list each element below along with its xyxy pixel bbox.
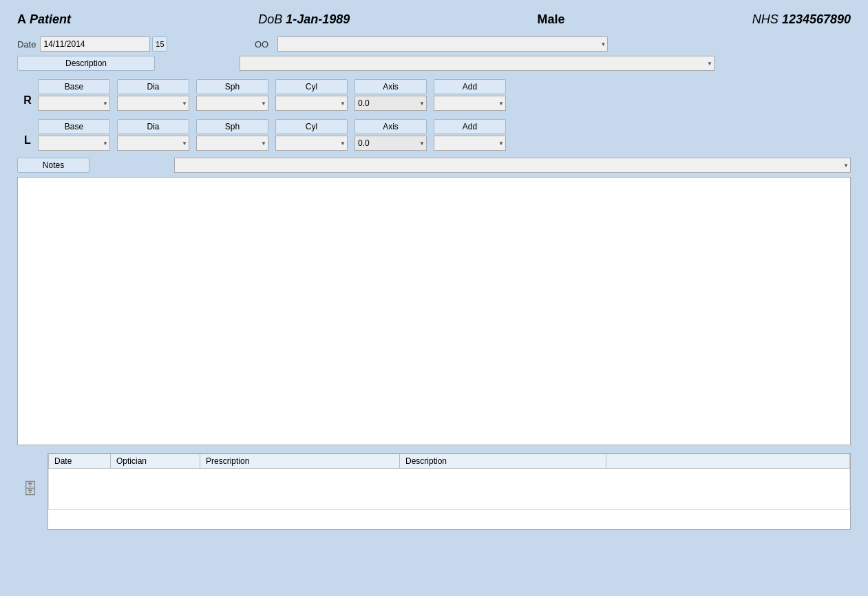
form-area: Date 15 OO Description [10,34,858,533]
description-select[interactable] [240,56,714,71]
oo-select-wrapper [277,36,608,52]
left-lens-label: L [17,119,38,147]
history-empty-row [49,469,850,510]
history-table: Date Optician Prescription Description [48,454,850,510]
oo-select[interactable] [277,36,608,52]
desc-select-wrapper [240,56,714,71]
right-dia-button[interactable]: Dia [117,79,189,94]
left-sph-field: Sph [196,119,268,151]
right-cyl-select-wrapper [275,96,348,111]
left-dia-select-wrapper [117,136,189,151]
col-prescription: Prescription [200,454,400,469]
right-add-field: Add [434,79,506,111]
nhs-label: NHS [752,12,779,26]
right-base-select-wrapper [38,96,110,111]
right-add-button[interactable]: Add [434,79,506,94]
left-cyl-select[interactable] [275,136,348,151]
patient-name: Patient [30,12,71,26]
calendar-button[interactable]: 15 [152,36,167,52]
left-base-select-wrapper [38,136,110,151]
right-lens-section: R Base Dia Sph [17,79,851,111]
right-base-button[interactable]: Base [38,79,110,94]
description-row: Description [17,56,851,71]
gender-info: Male [538,12,565,27]
notes-button[interactable]: Notes [17,158,89,173]
notes-select[interactable] [174,158,851,173]
notes-row: Notes [17,158,851,173]
right-dia-field: Dia [117,79,189,111]
right-sph-button[interactable]: Sph [196,79,268,94]
left-base-select[interactable] [38,136,110,151]
right-dia-select-wrapper [117,96,189,111]
left-base-button[interactable]: Base [38,119,110,134]
right-cyl-select[interactable] [275,96,348,111]
main-container: A Patient DoB 1-Jan-1989 Male NHS 123456… [0,0,868,596]
database-icon: 🗄 [17,475,43,504]
left-axis-select[interactable]: 0.0 [354,136,427,151]
right-base-field: Base [38,79,110,111]
left-sph-select[interactable] [196,136,268,151]
date-row: Date 15 OO [17,36,851,52]
right-sph-field: Sph [196,79,268,111]
right-add-select-wrapper [434,96,506,111]
notes-textarea[interactable] [17,177,851,445]
left-dia-field: Dia [117,119,189,151]
left-add-field: Add [434,119,506,151]
oo-label: OO [255,39,268,50]
dob-value: 1-Jan-1989 [286,12,350,26]
description-button[interactable]: Description [17,56,155,71]
left-add-select[interactable] [434,136,506,151]
right-base-select[interactable] [38,96,110,111]
history-table-header-row: Date Optician Prescription Description [49,454,850,469]
right-axis-select-wrapper: 0.0 [354,96,427,111]
patient-prefix-text: A [17,12,26,26]
right-dia-select[interactable] [117,96,189,111]
patient-info: A Patient [17,12,71,27]
nhs-number: 1234567890 [782,12,851,26]
col-optician: Optician [111,454,200,469]
right-lens-label: R [17,79,38,107]
left-dia-select[interactable] [117,136,189,151]
history-table-container: Date Optician Prescription Description [47,453,851,530]
left-cyl-button[interactable]: Cyl [275,119,348,134]
left-sph-button[interactable]: Sph [196,119,268,134]
header: A Patient DoB 1-Jan-1989 Male NHS 123456… [10,7,858,34]
dob-info: DoB 1-Jan-1989 [258,12,350,27]
left-add-button[interactable]: Add [434,119,506,134]
left-cyl-select-wrapper [275,136,348,151]
right-lens-fields: Base Dia Sph [38,79,851,111]
right-axis-button[interactable]: Axis [354,79,427,94]
date-label: Date [17,39,36,50]
patient-prefix: A Patient [17,12,71,26]
col-extra [606,454,850,469]
right-axis-select[interactable]: 0.0 [354,96,427,111]
left-dia-button[interactable]: Dia [117,119,189,134]
right-cyl-field: Cyl [275,79,348,111]
gender-value: Male [538,12,565,26]
left-add-select-wrapper [434,136,506,151]
left-axis-field: Axis 0.0 [354,119,427,151]
db-icon-col: 🗄 [17,447,43,504]
history-section: 🗄 Date Optician Prescription Description [17,447,851,530]
notes-select-wrapper [174,158,851,173]
nhs-info: NHS 1234567890 [752,12,851,27]
dob-label: DoB [258,12,282,26]
left-lens-section: L Base Dia Sph [17,119,851,151]
left-base-field: Base [38,119,110,151]
right-cyl-button[interactable]: Cyl [275,79,348,94]
right-axis-field: Axis 0.0 [354,79,427,111]
right-add-select[interactable] [434,96,506,111]
left-axis-button[interactable]: Axis [354,119,427,134]
left-axis-select-wrapper: 0.0 [354,136,427,151]
left-lens-fields: Base Dia Sph [38,119,851,151]
col-description: Description [400,454,606,469]
right-sph-select-wrapper [196,96,268,111]
col-date: Date [49,454,111,469]
date-input[interactable] [40,36,150,52]
left-cyl-field: Cyl [275,119,348,151]
left-sph-select-wrapper [196,136,268,151]
right-sph-select[interactable] [196,96,268,111]
